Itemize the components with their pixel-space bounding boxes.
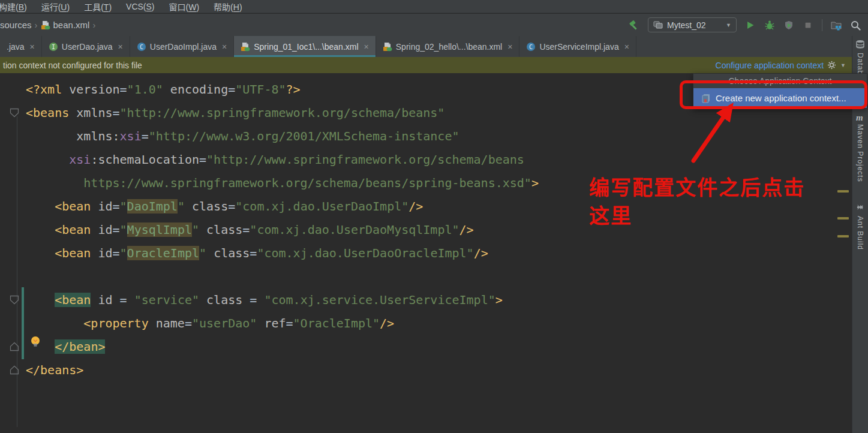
svg-text:I: I [52, 44, 55, 50]
editor-tab[interactable]: CUserServiceImpl.java× [519, 36, 636, 57]
breadcrumb: sources › bean.xml › [0, 14, 95, 36]
code-line: </bean> [26, 335, 834, 359]
popup-item-label: Create new application context... [716, 93, 846, 103]
fold-marker-icon[interactable] [10, 108, 19, 118]
spring-xml-icon [241, 42, 250, 52]
menu-item-u[interactable]: 运行(U) [34, 1, 77, 13]
close-tab-icon[interactable]: × [118, 42, 123, 52]
menu-item-b[interactable]: 构建(B) [0, 1, 34, 13]
close-tab-icon[interactable]: × [507, 42, 512, 52]
fold-marker-icon[interactable] [10, 342, 19, 351]
close-tab-icon[interactable]: × [222, 42, 227, 52]
code-line: </beans> [26, 359, 834, 382]
search-everywhere-icon[interactable] [850, 20, 861, 31]
error-stripe-mark[interactable] [837, 217, 849, 219]
toolbar-divider [822, 19, 822, 31]
tab-label: Spring_01_Ioc1\...\bean.xml [254, 42, 358, 52]
code-line: <property name="userDao" ref="OracleImpl… [26, 312, 834, 335]
fold-marker-icon[interactable] [10, 295, 19, 305]
editor-tab-bar: .java×IUserDao.java×CUserDaoImpl.java×Sp… [0, 36, 852, 57]
application-context-icon [701, 94, 711, 103]
menu-item-s[interactable]: VCS(S) [119, 2, 161, 11]
fold-marker-icon[interactable] [10, 365, 19, 375]
menu-item-h[interactable]: 帮助(H) [206, 1, 249, 13]
editor-tab[interactable]: CUserDaoImpl.java× [130, 36, 234, 57]
editor-tab[interactable]: IUserDao.java× [42, 36, 130, 57]
create-new-application-context-item[interactable]: Create new application context... [693, 88, 867, 108]
class-icon: C [526, 42, 536, 52]
build-hammer-icon[interactable] [629, 20, 639, 31]
code-line: <bean id="OracleImpl" class="com.xj.dao.… [26, 242, 834, 265]
tool-window-button-ant[interactable]: Ant Build [856, 216, 864, 250]
maven-icon: m [856, 113, 863, 123]
close-tab-icon[interactable]: × [624, 42, 629, 52]
chevron-down-icon: ▼ [726, 22, 731, 28]
spring-xml-icon [383, 42, 392, 52]
annotation-note: 编写配置文件之后点击这里 [589, 174, 808, 230]
chevron-down-icon: ▼ [840, 62, 846, 68]
run-configuration-select[interactable]: Mytest_02 ▼ [648, 17, 737, 32]
run-config-label: Mytest_02 [667, 20, 706, 30]
class-icon: C [137, 42, 146, 52]
context-notification-banner: tion context not configured for this fil… [0, 57, 852, 73]
code-line [26, 265, 834, 288]
tab-label: UserServiceImpl.java [539, 42, 618, 52]
stop-icon[interactable] [803, 20, 813, 31]
intention-lightbulb-icon[interactable] [30, 336, 41, 348]
error-stripe-mark[interactable] [837, 235, 849, 237]
code-line: <bean id = "service" class = "com.xj.ser… [26, 288, 834, 312]
run-config-app-icon [653, 20, 663, 30]
spring-xml-icon [41, 20, 50, 30]
svg-text:C: C [529, 44, 533, 50]
menu-bar: 构建(B)运行(U)工具(T)VCS(S)窗口(W)帮助(H) [0, 0, 868, 13]
application-context-popup: Choose Application Context Create new ap… [693, 73, 867, 109]
code-line: xmlns:xsi="http://www.w3.org/2001/XMLSch… [26, 125, 834, 148]
tool-window-button-maven[interactable]: Maven Projects [856, 124, 864, 182]
interface-icon: I [49, 42, 58, 52]
svg-text:C: C [140, 44, 143, 50]
editor-tab[interactable]: .java× [0, 36, 42, 57]
database-icon[interactable] [855, 40, 866, 50]
run-with-coverage-icon[interactable] [783, 20, 794, 31]
tab-label: UserDaoImpl.java [150, 42, 217, 52]
menu-item-w[interactable]: 窗口(W) [162, 1, 207, 13]
fold-guide-line [17, 116, 17, 427]
project-structure-icon[interactable] [831, 20, 842, 31]
breadcrumb-separator-icon: › [92, 20, 95, 30]
vcs-change-marker [22, 287, 24, 359]
tab-label: UserDao.java [62, 42, 113, 52]
breadcrumb-item-sources[interactable]: sources [0, 20, 32, 30]
code-line: xsi:schemaLocation="http://www.springfra… [26, 148, 834, 172]
configure-application-context-link[interactable]: Configure application context [716, 61, 824, 70]
close-tab-icon[interactable]: × [30, 42, 35, 52]
tab-label: .java [7, 42, 25, 52]
editor-tab[interactable]: Spring_02_hello\...\bean.xml× [376, 36, 520, 57]
ant-icon [855, 203, 866, 213]
gear-icon[interactable] [827, 61, 837, 70]
menu-item-t[interactable]: 工具(T) [77, 1, 119, 13]
run-icon[interactable] [745, 20, 756, 31]
close-tab-icon[interactable]: × [364, 42, 369, 52]
tab-label: Spring_02_hello\...\bean.xml [396, 42, 502, 52]
editor-pane[interactable]: <?xml version="1.0" encoding="UTF-8"?><b… [0, 73, 852, 433]
main-toolbar: sources › bean.xml › Mytest_02 ▼ [0, 14, 868, 36]
error-stripe-mark[interactable] [837, 190, 849, 193]
banner-message: tion context not configured for this fil… [3, 61, 142, 70]
popup-title: Choose Application Context [693, 74, 867, 88]
debug-icon[interactable] [764, 20, 775, 31]
breadcrumb-separator-icon: › [35, 20, 38, 30]
breadcrumb-item-file[interactable]: bean.xml [53, 20, 90, 30]
editor-tab[interactable]: Spring_01_Ioc1\...\bean.xml× [234, 36, 376, 57]
